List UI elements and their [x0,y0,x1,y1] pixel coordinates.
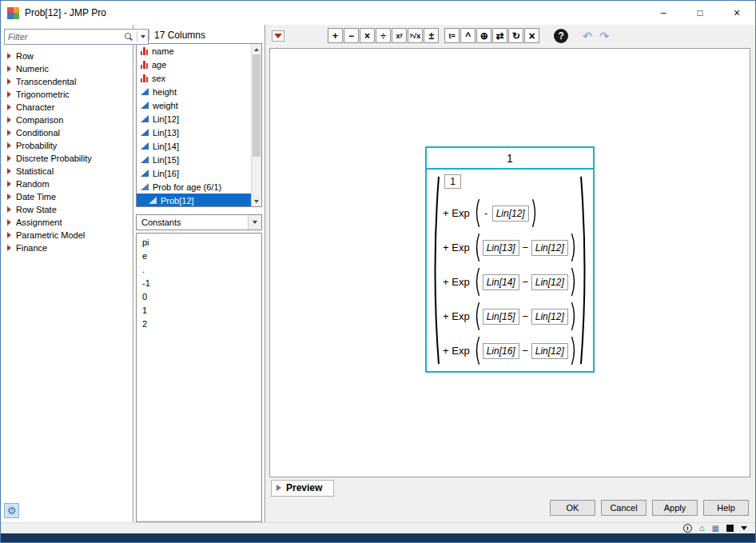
category-date-time[interactable]: Date Time [1,190,133,203]
expand-triangle-icon[interactable] [7,53,11,59]
expand-triangle-icon[interactable] [7,168,11,174]
column-reference[interactable]: Lin[13] [483,240,519,256]
exp-function[interactable]: Exp [452,242,469,254]
filter-input[interactable] [8,32,121,42]
expand-triangle-icon[interactable] [7,78,11,85]
column-weight[interactable]: weight [137,98,251,112]
filter-dropdown-icon[interactable] [141,35,145,38]
column-prob12-selected[interactable]: Prob[12] [137,194,251,206]
constant-neg1[interactable]: -1 [137,276,261,289]
disclosure-triangle-icon[interactable] [277,485,281,491]
settings-gear-icon[interactable]: ⚙ [4,503,19,518]
category-random[interactable]: Random [1,178,133,190]
exp-function[interactable]: Exp [452,310,469,322]
column-height[interactable]: height [137,85,251,98]
constant-dot[interactable]: . [137,262,261,276]
scrollbar-thumb[interactable] [253,54,261,157]
root-button[interactable]: ʸ√x [408,28,423,43]
expand-triangle-icon[interactable] [7,155,11,162]
expand-triangle-icon[interactable] [7,66,11,72]
constant-term[interactable]: 1 [444,174,461,189]
category-numeric[interactable]: Numeric [1,62,133,75]
exp-function[interactable]: Exp [452,276,469,288]
category-comparison[interactable]: Comparison [1,114,133,126]
column-name[interactable]: name [137,44,251,58]
term-exp-lin13[interactable]: + Exp Lin[13] − Lin[12] [442,230,577,265]
help-button[interactable]: Help [703,500,749,516]
column-reference[interactable]: Lin[12] [531,343,568,359]
subtract-button[interactable]: − [344,28,359,43]
columns-scrollbar[interactable] [251,44,261,206]
column-lin12[interactable]: Lin[12] [137,112,251,126]
column-reference[interactable]: Lin[12] [531,274,568,290]
help-icon-button[interactable]: ? [554,29,568,43]
category-conditional[interactable]: Conditional [1,126,133,139]
redo-button[interactable]: ↷ [596,28,612,43]
exp-function[interactable]: Exp [452,207,469,219]
expand-triangle-icon[interactable] [7,91,11,98]
column-reference[interactable]: Lin[12] [531,240,568,256]
category-assignment[interactable]: Assignment [1,216,133,229]
local-variable-button[interactable]: t= [444,28,460,43]
add-button[interactable]: + [328,28,343,43]
expand-triangle-icon[interactable] [7,206,11,213]
peel-expression-button[interactable]: ^ [460,28,475,43]
preview-toggle[interactable]: Preview [271,480,334,497]
exp-function[interactable]: Exp [452,345,469,357]
term-1[interactable]: 1 [442,173,577,196]
rotate-button[interactable]: ↻ [508,28,523,43]
category-statistical[interactable]: Statistical [1,165,133,178]
chevron-down-icon[interactable] [248,215,261,230]
column-lin16[interactable]: Lin[16] [137,166,251,180]
category-probability[interactable]: Probability [1,139,133,152]
scroll-up-icon[interactable] [252,44,261,54]
constant-0[interactable]: 0 [137,289,261,303]
category-discrete-probability[interactable]: Discrete Probability [1,152,133,165]
term-exp-lin16[interactable]: + Exp Lin[16] − Lin[12] [442,333,577,368]
swap-terms-button[interactable]: ⇄ [492,28,507,43]
expand-triangle-icon[interactable] [7,181,11,187]
term-exp-lin12[interactable]: + Exp - Lin[12] [442,196,577,230]
data-table-icon[interactable]: ▦ [712,525,719,533]
column-group-prob-for-age[interactable]: Prob for age (6/1) [137,180,251,194]
apply-button[interactable]: Apply [652,500,698,516]
category-trigonometric[interactable]: Trigonometric [1,88,133,101]
expand-triangle-icon[interactable] [7,104,11,110]
constant-2[interactable]: 2 [137,317,261,330]
column-lin15[interactable]: Lin[15] [137,153,251,166]
column-lin13[interactable]: Lin[13] [137,126,251,139]
category-transcendental[interactable]: Transcendental [1,75,133,88]
cancel-button[interactable]: Cancel [601,500,647,516]
column-reference[interactable]: Lin[16] [483,343,519,359]
sign-switch-button[interactable]: ± [424,28,439,43]
minimize-button[interactable]: – [645,1,682,25]
scroll-down-icon[interactable] [252,196,261,206]
column-reference[interactable]: Lin[12] [492,206,529,222]
info-icon[interactable]: i [683,524,692,533]
column-reference[interactable]: Lin[15] [483,309,519,325]
undo-button[interactable]: ↶ [579,28,595,43]
constant-pi[interactable]: pi [137,235,261,249]
column-age[interactable]: age [137,58,251,71]
expand-triangle-icon[interactable] [7,130,11,136]
expand-triangle-icon[interactable] [7,232,11,238]
expand-triangle-icon[interactable] [7,142,11,149]
formula-expression[interactable]: 1 1 + Exp [425,146,594,373]
power-button[interactable]: xʸ [392,28,407,43]
zoom-button[interactable]: ⊕ [476,28,491,43]
scrollbar-track[interactable] [252,157,261,196]
column-sex[interactable]: sex [137,71,251,85]
expand-triangle-icon[interactable] [7,219,11,226]
category-row[interactable]: Row [1,50,133,62]
fraction-numerator[interactable]: 1 [427,148,592,170]
filter-box[interactable] [4,29,149,45]
constants-dropdown[interactable]: Constants [136,214,262,230]
window-list-icon[interactable] [726,525,734,532]
constant-1[interactable]: 1 [137,303,261,317]
close-button[interactable]: × [718,1,755,25]
expand-triangle-icon[interactable] [7,117,11,123]
home-window-icon[interactable]: ⌂ [699,524,705,533]
delete-button[interactable]: × [524,28,539,43]
category-character[interactable]: Character [1,101,133,114]
column-reference[interactable]: Lin[12] [531,309,568,325]
